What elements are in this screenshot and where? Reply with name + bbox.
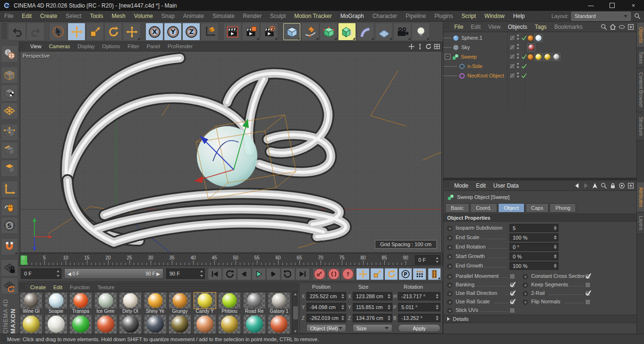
dot-render[interactable] <box>517 47 519 49</box>
attr-field[interactable]: 100 % <box>509 262 559 270</box>
visibility-dots[interactable] <box>517 72 519 77</box>
target-icon[interactable] <box>618 182 626 189</box>
menu-render[interactable]: Render <box>239 11 266 21</box>
add-layer-icon[interactable] <box>627 23 635 31</box>
workplane-mode-button[interactable] <box>1 103 18 120</box>
panel-tab-takes[interactable]: Takes <box>637 48 644 68</box>
material-thumbnail[interactable] <box>169 315 191 334</box>
object-row-n-side[interactable]: n-Side <box>443 61 637 71</box>
material-item[interactable] <box>44 315 68 334</box>
details-group[interactable]: Details <box>443 315 637 323</box>
viewport-grip[interactable] <box>20 43 25 49</box>
material-thumbnail[interactable] <box>244 292 265 309</box>
dot-editor[interactable] <box>517 34 519 36</box>
object-row-sky[interactable]: Sky <box>443 43 637 52</box>
menu-tools[interactable]: Tools <box>85 11 107 21</box>
play-backwards-button[interactable] <box>222 268 237 280</box>
material-item[interactable] <box>267 315 291 334</box>
menu-volume[interactable]: Volume <box>130 11 157 21</box>
coords-field-position-z[interactable]: -262.019 cm <box>306 314 346 322</box>
attr-field[interactable]: 0 ° <box>509 243 559 251</box>
orbit-icon[interactable] <box>425 43 432 50</box>
viewport-menu-filter[interactable]: Filter <box>124 42 143 51</box>
record-active-objects-button[interactable] <box>313 268 326 280</box>
keyframe-circle[interactable] <box>447 283 452 288</box>
scale-tool-button[interactable] <box>86 23 104 41</box>
scroll-up-icon[interactable]: ▲ <box>294 292 297 296</box>
next-frame-button[interactable] <box>266 268 280 280</box>
dot-editor[interactable] <box>517 63 519 65</box>
redo-button[interactable] <box>26 23 44 41</box>
dot-render[interactable] <box>517 76 519 77</box>
search-icon[interactable] <box>634 12 641 20</box>
coords-field-size-x[interactable]: 123.288 cm <box>353 292 392 301</box>
frame-field[interactable]: 0 F <box>21 268 61 279</box>
material-item[interactable] <box>193 315 217 334</box>
material-thumbnail[interactable] <box>45 292 67 309</box>
key-scale-button[interactable] <box>370 268 384 280</box>
apply-button[interactable]: Apply <box>398 324 441 332</box>
material-item[interactable] <box>93 315 118 334</box>
menu-file[interactable]: File <box>0 11 17 21</box>
lock-x-axis-button[interactable]: X <box>145 23 163 41</box>
tab-coord-[interactable]: Coord. <box>470 203 497 213</box>
coords-field-size-y[interactable]: 115.851 cm <box>353 303 392 311</box>
enabled-check-icon[interactable] <box>521 34 527 41</box>
menu-window[interactable]: Window <box>480 11 509 21</box>
om-menu-objects[interactable]: Objects <box>504 22 531 32</box>
minimize-button[interactable]: — <box>580 0 602 11</box>
material-item-road-re[interactable]: Road Re <box>242 292 267 314</box>
subdivision-surface-button[interactable] <box>320 23 338 41</box>
polygons-mode-button[interactable] <box>1 160 18 177</box>
material-item-dirty-ol[interactable]: Dirty Ol <box>118 292 143 314</box>
previous-frame-button[interactable] <box>237 268 251 280</box>
material-item[interactable] <box>19 315 43 334</box>
toolbar-grip[interactable] <box>2 23 7 39</box>
points-mode-button[interactable] <box>1 124 18 141</box>
attr-field[interactable]: 5 <box>509 224 559 232</box>
viewport-menu-panel[interactable]: Panel <box>143 42 164 51</box>
material-menu-texture[interactable]: Texture <box>93 282 118 292</box>
viewport-menu-options[interactable]: Options <box>98 42 124 51</box>
material-menu-function[interactable]: Function <box>66 282 93 292</box>
animation-palette-button[interactable] <box>428 268 441 280</box>
preview-range-slider[interactable]: ◀ 0 F 90 F ▶ <box>64 268 163 279</box>
render-to-picture-viewer-button[interactable] <box>242 23 260 41</box>
light-button[interactable] <box>412 23 430 41</box>
om-menu-view[interactable]: View <box>484 22 504 32</box>
play-forwards-button[interactable] <box>252 268 266 280</box>
material-thumbnail[interactable] <box>20 315 42 334</box>
spline-pen-button[interactable] <box>301 23 319 41</box>
material-item-ice-gree[interactable]: Ice Gree <box>93 292 118 314</box>
coordinate-system-button[interactable] <box>201 23 219 41</box>
menu-snap[interactable]: Snap <box>157 11 179 21</box>
material-item-galaxy-1[interactable]: Galaxy 1 <box>267 292 291 314</box>
pan-icon[interactable] <box>408 43 415 50</box>
material-thumbnail[interactable] <box>70 315 92 334</box>
material-thumbnail[interactable] <box>194 292 216 309</box>
menu-create[interactable]: Create <box>36 11 61 21</box>
checkbox-parallel-movement[interactable] <box>509 274 515 279</box>
dot-render[interactable] <box>517 38 519 40</box>
tab-phong[interactable]: Phong <box>550 203 576 213</box>
keyframe-circle[interactable] <box>447 245 452 250</box>
forward-icon[interactable] <box>582 182 590 189</box>
add-icon[interactable] <box>627 182 635 189</box>
live-selection-button[interactable] <box>49 23 67 41</box>
material-thumbnail[interactable] <box>20 292 42 309</box>
material-item[interactable] <box>242 315 267 334</box>
timeline-ruler[interactable]: 0 F 051015202530354045505560657075808590 <box>19 253 443 266</box>
keyframe-circle[interactable] <box>447 235 452 241</box>
lock-workplane-button[interactable] <box>1 259 18 276</box>
om-menu-file[interactable]: File <box>450 22 467 32</box>
menu-help[interactable]: Help <box>509 11 529 21</box>
keyframe-circle[interactable] <box>447 264 452 269</box>
keyframe-circle[interactable] <box>523 283 528 288</box>
menu-select[interactable]: Select <box>61 11 85 21</box>
undo-button[interactable] <box>8 23 26 41</box>
scroll-thumb[interactable] <box>293 306 298 319</box>
enabled-check-icon[interactable] <box>521 72 527 79</box>
enabled-check-icon[interactable] <box>521 63 527 69</box>
tab-object[interactable]: Object <box>498 203 525 213</box>
checkbox-keep-segments[interactable] <box>585 282 591 288</box>
